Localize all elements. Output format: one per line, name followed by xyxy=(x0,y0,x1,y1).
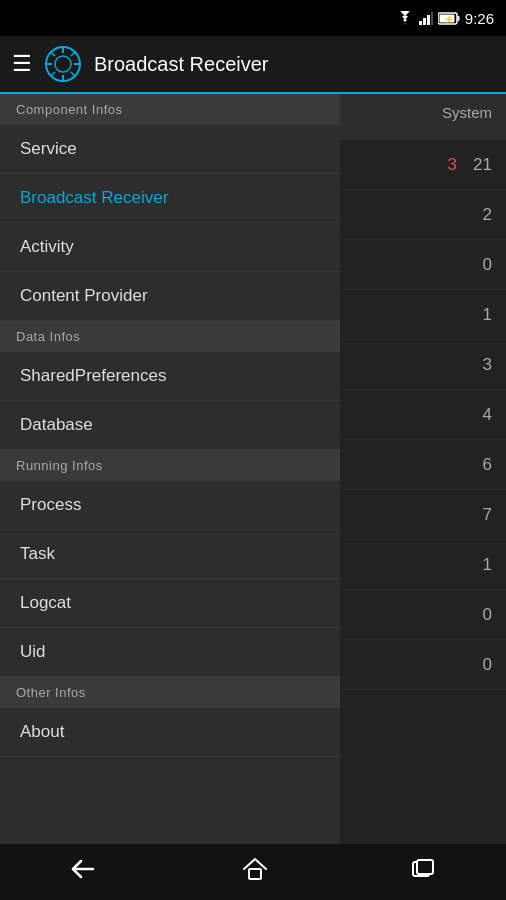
data-val2-10: 0 xyxy=(483,655,492,675)
nav-bar xyxy=(0,844,506,900)
data-val2-7: 7 xyxy=(483,505,492,525)
data-val2-0: 21 xyxy=(473,155,492,175)
section-component-infos: Component Infos xyxy=(0,94,340,125)
data-row-2: 0 xyxy=(340,240,506,290)
svg-rect-5 xyxy=(457,16,459,21)
menu-item-process[interactable]: Process xyxy=(0,481,340,530)
right-panel: System 3 21 2 0 1 3 4 6 7 1 0 xyxy=(340,94,506,844)
data-row-7: 7 xyxy=(340,490,506,540)
svg-rect-3 xyxy=(431,12,433,25)
status-bar: ⚡ 9:26 xyxy=(0,0,506,36)
nav-home-button[interactable] xyxy=(222,849,288,895)
section-data-infos: Data Infos xyxy=(0,321,340,352)
data-val2-4: 3 xyxy=(483,355,492,375)
data-val2-3: 1 xyxy=(483,305,492,325)
toolbar: ☰ Broadcast Receiver xyxy=(0,36,506,94)
signal-icon xyxy=(419,11,433,25)
battery-icon: ⚡ xyxy=(438,12,460,25)
section-running-infos: Running Infos xyxy=(0,450,340,481)
wifi-icon xyxy=(396,11,414,25)
recent-apps-icon xyxy=(411,858,435,880)
svg-rect-0 xyxy=(419,21,422,25)
data-row-1: 2 xyxy=(340,190,506,240)
data-val2-6: 6 xyxy=(483,455,492,475)
status-time: 9:26 xyxy=(465,10,494,27)
back-icon xyxy=(71,859,99,879)
svg-rect-21 xyxy=(417,860,433,874)
data-row-6: 6 xyxy=(340,440,506,490)
svg-rect-1 xyxy=(423,18,426,25)
svg-rect-19 xyxy=(249,869,261,879)
menu-item-content-provider[interactable]: Content Provider xyxy=(0,272,340,321)
data-val2-5: 4 xyxy=(483,405,492,425)
menu-item-about[interactable]: About xyxy=(0,708,340,757)
data-row-8: 1 xyxy=(340,540,506,590)
data-val1-0: 3 xyxy=(448,155,457,175)
data-row-9: 0 xyxy=(340,590,506,640)
nav-back-button[interactable] xyxy=(51,851,119,893)
data-row-0: 3 21 xyxy=(340,140,506,190)
menu-item-database[interactable]: Database xyxy=(0,401,340,450)
section-other-infos: Other Infos xyxy=(0,677,340,708)
drawer: Component Infos Service Broadcast Receiv… xyxy=(0,94,340,844)
data-val2-1: 2 xyxy=(483,205,492,225)
data-row-5: 4 xyxy=(340,390,506,440)
data-val2-2: 0 xyxy=(483,255,492,275)
data-row-10: 0 xyxy=(340,640,506,690)
app-icon xyxy=(44,45,82,83)
hamburger-icon[interactable]: ☰ xyxy=(12,51,32,77)
menu-item-shared-preferences[interactable]: SharedPreferences xyxy=(0,352,340,401)
nav-recent-button[interactable] xyxy=(391,850,455,894)
data-row-3: 1 xyxy=(340,290,506,340)
data-val2-8: 1 xyxy=(483,555,492,575)
menu-item-broadcast-receiver[interactable]: Broadcast Receiver xyxy=(0,174,340,223)
data-row-4: 3 xyxy=(340,340,506,390)
status-icons: ⚡ 9:26 xyxy=(396,10,494,27)
menu-item-uid[interactable]: Uid xyxy=(0,628,340,677)
column-header-system: System xyxy=(340,94,506,140)
data-val2-9: 0 xyxy=(483,605,492,625)
menu-item-logcat[interactable]: Logcat xyxy=(0,579,340,628)
svg-rect-2 xyxy=(427,15,430,25)
menu-item-activity[interactable]: Activity xyxy=(0,223,340,272)
menu-item-service[interactable]: Service xyxy=(0,125,340,174)
menu-item-task[interactable]: Task xyxy=(0,530,340,579)
home-icon xyxy=(242,857,268,881)
main-layout: Component Infos Service Broadcast Receiv… xyxy=(0,94,506,844)
toolbar-title: Broadcast Receiver xyxy=(94,53,494,76)
svg-text:⚡: ⚡ xyxy=(444,14,454,24)
